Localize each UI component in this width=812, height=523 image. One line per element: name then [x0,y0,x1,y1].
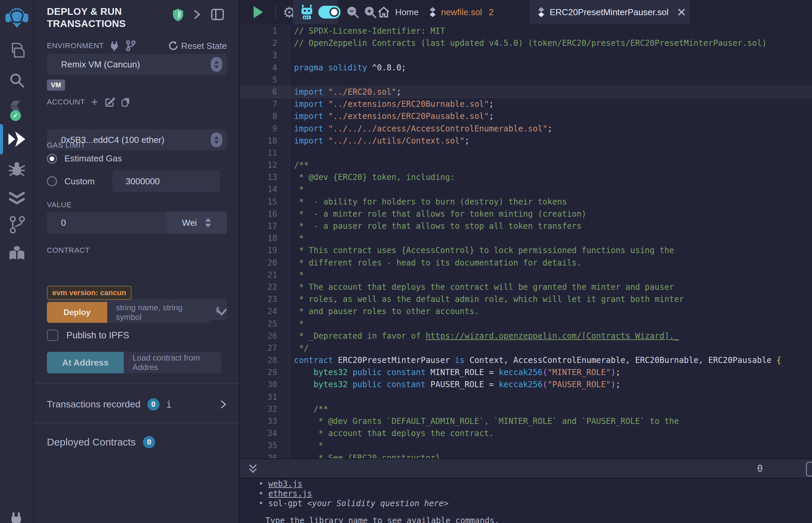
code-line: 11 [240,147,812,159]
line-number: 5 [240,74,277,86]
publish-ipfs-label: Publish to IPFS [67,330,129,341]
vm-badge: VM [47,79,65,91]
code-line: 13 * @dev {ERC20} token, including: [240,171,812,183]
line-number: 30 [240,378,277,391]
environment-select[interactable]: Remix VM (Cancun) [47,54,227,75]
line-number: 27 [240,342,277,354]
code-lines: 1// SPDX-License-Identifier: MIT2// Open… [240,25,812,458]
value-unit-select[interactable]: Wei [166,212,227,234]
line-number: 15 [240,196,277,208]
reset-state-button[interactable]: Reset State [168,41,227,51]
custom-gas-input[interactable]: 3000000 [112,170,220,193]
contract-label: CONTRACT [47,246,90,254]
account-label: ACCOUNT [47,98,85,107]
learneth-icon[interactable] [0,243,34,264]
code-line: 16 * - a minter role that allows for tok… [240,208,812,220]
tab-newfile[interactable]: newfile.sol 2 [429,0,494,24]
plugin-manager-icon[interactable] [0,511,34,523]
terminal-list-item[interactable]: •ethers.js [240,489,812,499]
fork-state-icon[interactable] [125,40,136,51]
terminal-bar: 0 [240,458,812,479]
value-input[interactable]: 0 [47,212,166,234]
tab-home[interactable]: Home [378,0,419,24]
select-spinner-icon [211,57,222,72]
line-number: 26 [240,330,277,342]
at-address-input[interactable]: Load contract from Addres [124,352,222,373]
tab-erc20presetminterpauser[interactable]: ERC20PresetMinterPauser.sol [529,0,690,24]
copy-account-icon[interactable] [121,97,130,107]
terminal-listen-count: 0 [757,463,763,474]
estimated-gas-radio[interactable] [47,154,57,164]
deployed-contracts-label: Deployed Contracts [47,436,136,448]
at-address-button[interactable]: At Address [47,352,124,373]
add-account-icon[interactable]: + [91,97,98,107]
collapse-terminal-icon[interactable] [246,459,260,479]
code-line: 36 * See {ERC20-constructor}. [240,452,812,458]
unit-spinner-icon [205,218,211,228]
solidity-compiler-icon[interactable]: ✓ [0,98,34,121]
line-number: 10 [240,135,277,147]
code-line: 27 */ [240,342,812,354]
code-editor[interactable]: 1// SPDX-License-Identifier: MIT2// Open… [240,24,812,458]
deploy-button[interactable]: Deploy [47,302,107,323]
transactions-recorded-label: Transactions recorded [47,399,141,410]
expand-transactions-icon[interactable] [220,399,227,410]
section-divider [34,422,240,423]
unit-testing-icon[interactable] [0,190,34,208]
line-number: 28 [240,354,277,366]
remix-logo-icon[interactable] [0,5,34,30]
code-line: 14 * [240,183,812,196]
line-number: 36 [240,452,277,458]
line-number: 13 [240,171,277,183]
zoom-out-icon[interactable] [343,0,362,24]
evm-version-badge: evm version: cancun [47,286,131,300]
tab-badge: 2 [489,7,493,18]
remixai-robot-icon[interactable] [297,0,317,24]
chevron-down-icon[interactable] [216,309,227,316]
solidity-file-icon [537,7,545,17]
code-line: 5 [240,74,812,86]
line-number: 35 [240,439,277,452]
code-line: 23 * roles, as well as the default admin… [240,293,812,305]
custom-gas-radio[interactable] [47,176,57,186]
deploy-and-run-icon[interactable] [0,128,34,150]
toolbar-divider [275,5,276,20]
debugger-icon[interactable] [0,159,34,179]
plug-icon[interactable] [109,41,119,51]
line-number: 22 [240,281,277,293]
code-line: 15 * - ability for holders to burn (dest… [240,196,812,208]
pin-panel-icon[interactable] [193,8,201,21]
line-number: 31 [240,391,277,403]
line-number: 14 [240,183,277,196]
code-line: 20 * different roles - head to its docum… [240,257,812,269]
publish-ipfs-checkbox[interactable] [47,329,58,341]
run-script-icon[interactable] [249,0,266,24]
edit-account-icon[interactable] [105,97,115,107]
line-number: 23 [240,293,277,305]
terminal-hint: Type the library name to see available c… [240,516,812,523]
terminal-search-input[interactable] [806,462,812,476]
code-line: 22 * The account that deploys the contra… [240,281,812,293]
panel-title: DEPLOY & RUN TRANSACTIONS [47,5,165,30]
line-number: 16 [240,208,277,220]
terminal-list-item[interactable]: •web3.js [240,479,812,489]
transactions-count-badge: 0 [147,398,159,411]
icon-sidebar: ✓ [0,0,34,523]
remixai-toggle[interactable] [318,0,341,24]
code-line: 12/** [240,159,812,171]
file-explorer-icon[interactable] [0,40,34,61]
section-divider [34,383,240,383]
deploy-args-input[interactable]: string name, string symbol [107,302,210,323]
line-number: 11 [240,147,277,159]
zoom-in-icon[interactable] [361,0,380,24]
close-tab-icon[interactable] [677,8,686,16]
code-line: 18 * [240,232,812,244]
git-icon[interactable] [0,215,34,235]
line-number: 2 [240,37,277,49]
deploy-panel: DEPLOY & RUN TRANSACTIONS [34,0,240,523]
info-icon[interactable]: i [166,399,172,410]
layout-panel-icon[interactable] [211,8,224,21]
remix-app: ✓ [0,0,812,523]
code-line: 3 [240,49,812,61]
search-icon[interactable] [0,70,34,90]
